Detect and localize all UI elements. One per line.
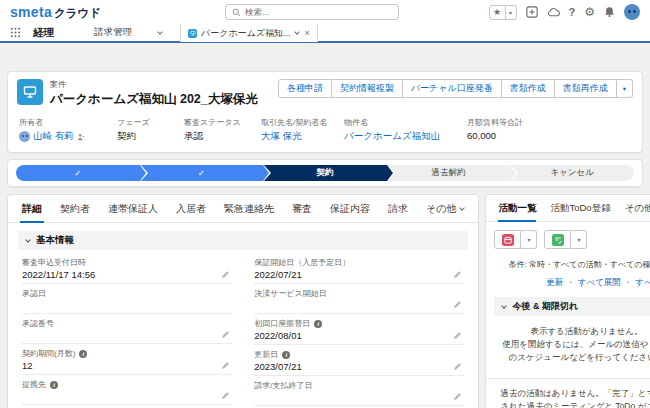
- tab-guarantee[interactable]: 保証内容: [321, 195, 379, 222]
- path-stage-cancel[interactable]: キャンセル: [510, 165, 634, 181]
- new-event-dropdown-icon[interactable]: ▾: [521, 230, 537, 249]
- edit-pencil-icon[interactable]: [453, 362, 462, 371]
- tab-activity-list[interactable]: 活動一覧: [491, 195, 543, 221]
- setup-gear-icon[interactable]: ⚙: [584, 6, 595, 18]
- activity-tabs: 活動一覧 活動ToDo登録 その他: [486, 195, 650, 222]
- favorites-control: ★ ▾: [489, 5, 517, 20]
- workspace-tab[interactable]: パークホームズ福知... ×: [180, 23, 318, 42]
- record-tab-icon: [188, 29, 197, 38]
- tab-contractor[interactable]: 契約者: [51, 195, 99, 222]
- user-avatar[interactable]: [624, 4, 640, 20]
- more-actions-button[interactable]: ▾: [617, 79, 633, 98]
- tab-activity-more[interactable]: その他: [618, 195, 650, 221]
- tab-details[interactable]: 詳細: [13, 195, 51, 222]
- change-owner-icon[interactable]: [77, 133, 85, 141]
- new-task-dropdown-icon[interactable]: ▾: [571, 230, 587, 249]
- field-renewal-date: 更新日i 2023/07/21: [254, 346, 464, 376]
- edit-pencil-icon[interactable]: [221, 361, 230, 370]
- info-icon[interactable]: i: [50, 381, 58, 389]
- refresh-link[interactable]: 更新: [546, 277, 563, 289]
- edit-pencil-icon[interactable]: [221, 391, 230, 400]
- favorites-dropdown-icon[interactable]: ▾: [506, 5, 517, 20]
- activity-empty-state: 表示する活動がありません。 使用を開始するには、メールの送信や ToDo のスケ…: [486, 316, 650, 367]
- tab-emergency-contact[interactable]: 緊急連絡先: [215, 195, 283, 222]
- tab-review[interactable]: 審査: [283, 195, 321, 222]
- edit-pencil-icon[interactable]: [221, 270, 230, 279]
- tab-activity-todo[interactable]: 活動ToDo登録: [543, 195, 617, 221]
- path-stage-2[interactable]: ✓: [140, 165, 264, 181]
- path-stage-1[interactable]: ✓: [16, 165, 140, 181]
- path-stage-contract[interactable]: 契約: [263, 165, 387, 181]
- guidance-cloud-icon[interactable]: [547, 7, 560, 17]
- recreate-docs-button[interactable]: 書類再作成: [555, 79, 617, 98]
- owner-avatar: [19, 131, 30, 142]
- activity-past-state: 過去の活動はありません。「完了」とマークされた過去のミーティングと ToDo が…: [486, 379, 650, 408]
- stage-path: ✓ ✓ 契約 過去解約 キャンセル: [16, 165, 634, 181]
- edit-pencil-icon[interactable]: [453, 331, 462, 340]
- copy-contract-button[interactable]: 契約情報複製: [332, 79, 403, 98]
- field-approval-number: 承認番号: [22, 315, 232, 344]
- edit-pencil-icon[interactable]: [453, 300, 462, 309]
- tab-resident[interactable]: 入居者: [167, 195, 215, 222]
- field-review-received-datetime: 審査申込受付日時 2022/11/17 14:56: [22, 254, 232, 284]
- tab-billing[interactable]: 請求: [379, 195, 417, 222]
- account-link[interactable]: 大塚 保光: [261, 130, 336, 143]
- entity-label: 案件: [50, 79, 258, 90]
- expand-all-link[interactable]: すべて展開: [578, 277, 621, 289]
- chevron-down-icon: [460, 205, 466, 211]
- highlight-fields: 所有者 山崎 有莉 フェーズ 契約 審査ステータス 承認 取引先名/契約: [17, 117, 633, 143]
- virtual-account-button[interactable]: バーチャル口座発番: [403, 79, 502, 98]
- brand-logo: smeta クラウド: [10, 4, 101, 21]
- field-guarantee-start-date: 保証開始日（入居予定日） 2022/07/21: [254, 254, 464, 284]
- workspace-tab-label: パークホームズ福知...: [201, 27, 291, 40]
- edit-pencil-icon[interactable]: [453, 270, 462, 279]
- chevron-down-icon[interactable]: [157, 29, 163, 35]
- apply-button[interactable]: 各種申請: [278, 79, 332, 98]
- tab-guarantor[interactable]: 連帯保証人: [99, 195, 167, 222]
- check-icon: ✓: [74, 168, 81, 178]
- global-actions-icon[interactable]: [526, 6, 538, 18]
- field-owner: 所有者 山崎 有莉: [19, 117, 117, 143]
- edit-pencil-icon[interactable]: [221, 330, 230, 339]
- basic-info-form: 審査申込受付日時 2022/11/17 14:56 承認日 承認番号: [8, 250, 478, 408]
- field-partner: 提携先i: [22, 376, 232, 405]
- task-checklist-icon: [552, 234, 564, 246]
- section-upcoming-overdue[interactable]: 今後 & 期限切れ: [494, 297, 650, 316]
- field-account-name: 取引先名/契約者名 大塚 保光: [261, 117, 344, 143]
- field-billing-end-date: 請求/支払終了日: [254, 377, 464, 406]
- brand-suffix: クラウド: [54, 6, 101, 21]
- new-event-button[interactable]: [494, 230, 521, 249]
- field-contract-term-months: 契約期間(月数)i 12: [22, 345, 232, 375]
- favorites-star-icon[interactable]: ★: [489, 5, 506, 20]
- notifications-bell-icon[interactable]: [604, 6, 615, 18]
- new-task-button[interactable]: [544, 230, 571, 249]
- activity-links-row: 更新 ・ すべて展開 ・ すべて表示: [486, 272, 650, 291]
- info-icon[interactable]: i: [282, 351, 290, 359]
- help-icon[interactable]: ?: [569, 6, 576, 18]
- check-icon: ✓: [198, 168, 205, 178]
- app-launcher-waffle-icon[interactable]: [10, 27, 21, 38]
- info-icon[interactable]: i: [314, 320, 322, 328]
- tab-close-icon[interactable]: ×: [305, 28, 310, 38]
- tab-options-chevron-icon[interactable]: [294, 29, 300, 35]
- info-icon[interactable]: i: [79, 350, 87, 358]
- search-input[interactable]: [245, 7, 392, 17]
- record-highlights-card: 案件 パークホームズ福知山 202_大塚保光 各種申請 契約情報複製 バーチャル…: [7, 71, 643, 153]
- create-docs-button[interactable]: 書類作成: [502, 79, 555, 98]
- edit-pencil-icon[interactable]: [453, 392, 462, 401]
- field-property-name: 物件名 パークホームズ福知山: [344, 117, 467, 143]
- property-link[interactable]: パークホームズ福知山: [344, 130, 459, 143]
- owner-link[interactable]: 山崎 有莉: [33, 130, 74, 143]
- tab-more[interactable]: その他: [417, 195, 473, 222]
- nav-item-billing[interactable]: 請求管理: [94, 26, 162, 39]
- section-collapse-icon: [502, 303, 508, 309]
- activity-filter-row: 条件: 常時・すべての活動・すべての種別 ⚙: [486, 251, 650, 272]
- path-stage-past-cancellation[interactable]: 過去解約: [387, 165, 511, 181]
- new-task-control: ▾: [544, 230, 587, 249]
- section-basic-info[interactable]: 基本情報: [18, 231, 468, 250]
- view-all-link[interactable]: すべて表示: [635, 277, 650, 289]
- global-search[interactable]: [225, 4, 399, 20]
- field-phase: フェーズ 契約: [117, 117, 184, 143]
- sales-path-card: ✓ ✓ 契約 過去解約 キャンセル: [7, 159, 643, 187]
- activity-quick-actions: ▾ ▾: [486, 222, 650, 251]
